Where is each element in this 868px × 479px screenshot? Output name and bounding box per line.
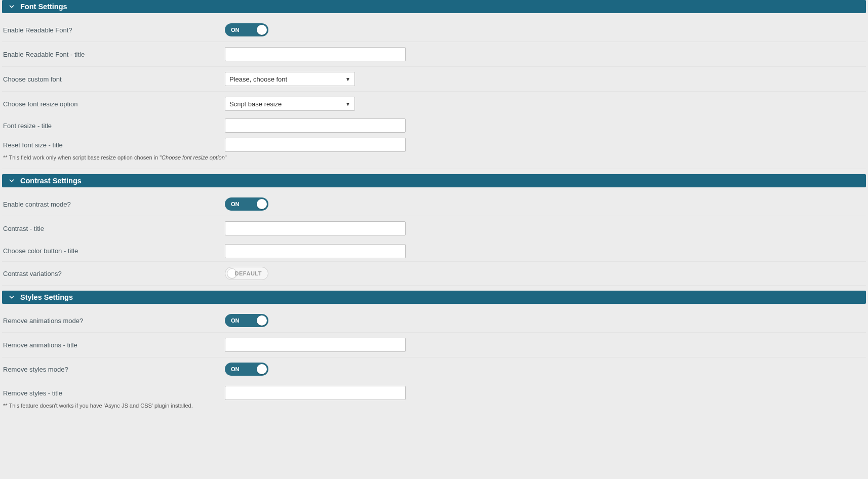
section-title: Styles Settings: [20, 293, 73, 301]
toggle-knob: [257, 315, 267, 326]
input-font-resize-title[interactable]: [225, 118, 406, 133]
toggle-knob: [257, 199, 267, 209]
label-enable-contrast: Enable contrast mode?: [2, 201, 225, 208]
toggle-label: ON: [231, 201, 240, 207]
dropdown-arrow-icon: ▼: [345, 76, 350, 82]
section-title: Font Settings: [20, 3, 67, 11]
label-choose-custom-font: Choose custom font: [2, 75, 225, 83]
input-reset-font-title[interactable]: [225, 138, 406, 152]
input-remove-styles-title[interactable]: [225, 386, 406, 400]
row-contrast-title: Contrast - title: [2, 216, 866, 241]
toggle-label: ON: [231, 317, 240, 324]
row-choose-resize-option: Choose font resize option Script base re…: [2, 92, 866, 116]
row-enable-contrast: Enable contrast mode? ON: [2, 192, 866, 216]
chevron-down-icon: [7, 293, 16, 302]
section-body-font: Enable Readable Font? ON Enable Readable…: [0, 13, 868, 174]
row-enable-readable-font: Enable Readable Font? ON: [2, 18, 866, 42]
row-contrast-variations: Contrast variations? DEFAULT: [2, 262, 866, 286]
label-color-button-title: Choose color button - title: [2, 247, 225, 255]
select-choose-custom-font[interactable]: Please, choose font ▼: [225, 72, 355, 86]
select-choose-resize-option[interactable]: Script base resize ▼: [225, 97, 355, 111]
toggle-label: ON: [231, 27, 240, 33]
input-readable-font-title[interactable]: [225, 47, 406, 61]
toggle-remove-styles[interactable]: ON: [225, 363, 268, 376]
label-choose-resize-option: Choose font resize option: [2, 100, 225, 108]
row-choose-custom-font: Choose custom font Please, choose font ▼: [2, 67, 866, 92]
label-reset-font-title: Reset font size - title: [2, 141, 225, 149]
row-remove-animations-title: Remove animations - title: [2, 333, 866, 357]
label-enable-readable-font: Enable Readable Font?: [2, 26, 225, 34]
toggle-remove-animations[interactable]: ON: [225, 314, 268, 327]
toggle-label: ON: [231, 366, 240, 372]
section-header-styles[interactable]: Styles Settings: [2, 291, 866, 304]
label-contrast-variations: Contrast variations?: [2, 270, 225, 277]
chevron-down-icon: [7, 2, 16, 11]
section-body-styles: Remove animations mode? ON Remove animat…: [0, 304, 868, 414]
row-remove-animations: Remove animations mode? ON: [2, 309, 866, 333]
dropdown-arrow-icon: ▼: [345, 101, 350, 107]
chevron-down-icon: [7, 176, 16, 185]
input-contrast-title[interactable]: [225, 221, 406, 235]
label-remove-styles: Remove styles mode?: [2, 366, 225, 373]
row-readable-font-title: Enable Readable Font - title: [2, 42, 866, 67]
section-header-font[interactable]: Font Settings: [2, 0, 866, 13]
row-remove-styles: Remove styles mode? ON: [2, 357, 866, 381]
section-title: Contrast Settings: [20, 177, 82, 185]
toggle-enable-readable-font[interactable]: ON: [225, 23, 268, 36]
label-font-resize-title: Font resize - title: [2, 122, 225, 130]
section-body-contrast: Enable contrast mode? ON Contrast - titl…: [0, 187, 868, 291]
toggle-knob: [257, 25, 267, 35]
row-font-resize-title: Font resize - title: [2, 116, 866, 135]
label-remove-animations-title: Remove animations - title: [2, 341, 225, 349]
row-color-button-title: Choose color button - title: [2, 241, 866, 262]
section-header-contrast[interactable]: Contrast Settings: [2, 174, 866, 187]
toggle-contrast-variations[interactable]: DEFAULT: [225, 267, 268, 280]
note-font-resize: ** This field work only when script base…: [2, 154, 866, 166]
row-remove-styles-title: Remove styles - title: [2, 381, 866, 403]
label-readable-font-title: Enable Readable Font - title: [2, 51, 225, 58]
input-color-button-title[interactable]: [225, 244, 406, 258]
toggle-knob: [257, 364, 267, 374]
row-reset-font-title: Reset font size - title: [2, 135, 866, 154]
label-contrast-title: Contrast - title: [2, 225, 225, 232]
select-value: Script base resize: [229, 100, 282, 108]
label-remove-styles-title: Remove styles - title: [2, 389, 225, 397]
select-value: Please, choose font: [229, 75, 287, 83]
note-remove-styles: ** This feature doesn't works if you hav…: [2, 403, 866, 414]
input-remove-animations-title[interactable]: [225, 338, 406, 352]
label-remove-animations: Remove animations mode?: [2, 317, 225, 325]
toggle-label: DEFAULT: [235, 270, 262, 276]
toggle-enable-contrast[interactable]: ON: [225, 197, 268, 211]
